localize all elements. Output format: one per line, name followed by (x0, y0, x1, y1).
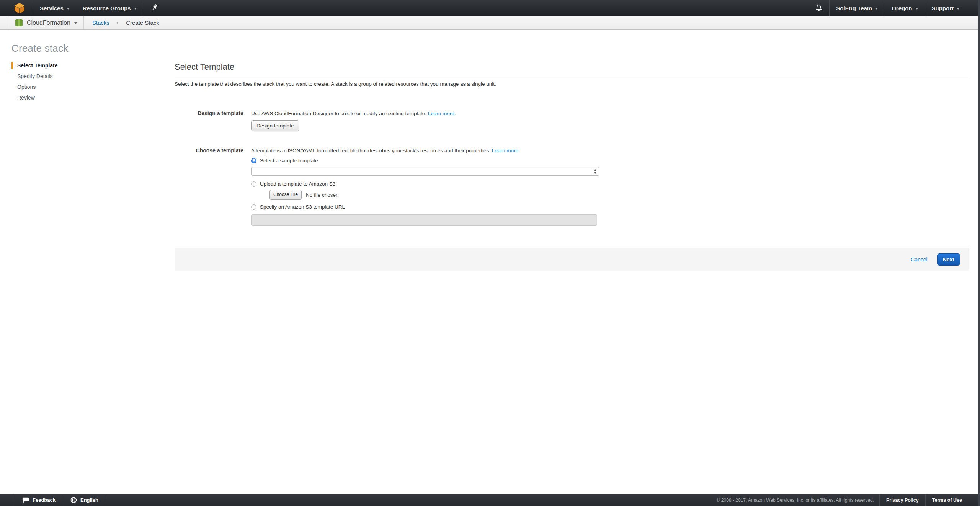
privacy-policy-link[interactable]: Privacy Policy (880, 494, 925, 506)
feedback-button[interactable]: Feedback (15, 494, 63, 506)
account-label: SolEng Team (836, 5, 872, 11)
speech-bubble-icon (22, 497, 29, 503)
s3-url-radio[interactable] (251, 204, 256, 210)
step-select-template[interactable]: Select Template (11, 62, 58, 69)
chevron-down-icon (875, 8, 878, 10)
top-nav-left: Services Resource Groups (0, 0, 166, 16)
design-template-row: Design a template Use AWS CloudFormation… (175, 110, 969, 131)
design-template-label: Design a template (175, 110, 243, 131)
account-menu[interactable]: SolEng Team (830, 0, 885, 16)
sample-template-radio-label[interactable]: Select a sample template (260, 157, 318, 164)
resource-groups-menu[interactable]: Resource Groups (76, 0, 144, 16)
breadcrumb-gutter (0, 16, 8, 29)
footer-bar: Feedback English © 2008 - 2017, Amazon W… (0, 494, 980, 506)
aws-logo-icon[interactable] (14, 3, 25, 13)
sample-template-select[interactable] (251, 167, 599, 176)
choose-template-text: A template is a JSON/YAML-formatted text… (251, 148, 490, 153)
step-specify-details[interactable]: Specify Details (11, 73, 58, 80)
chevron-down-icon (134, 8, 137, 10)
s3-url-radio-label[interactable]: Specify an Amazon S3 template URL (260, 204, 345, 210)
divider (83, 16, 84, 29)
language-label: English (80, 497, 98, 503)
choose-file-button[interactable]: Choose File (270, 190, 302, 200)
divider (106, 494, 106, 506)
services-label: Services (40, 5, 64, 11)
region-menu[interactable]: Oregon (885, 0, 924, 16)
section-heading: Select Template (175, 62, 969, 72)
top-navigation-bar: Services Resource Groups (0, 0, 980, 16)
s3-template-url-input[interactable] (251, 214, 597, 226)
upload-template-radio-row: Upload a template to Amazon S3 (251, 181, 969, 187)
select-stepper-icon (594, 169, 597, 174)
breadcrumb-stacks-link[interactable]: Stacks (92, 20, 109, 26)
no-file-chosen-text: No file chosen (306, 192, 339, 198)
wizard-action-bar: Cancel Next (175, 248, 969, 271)
language-button[interactable]: English (63, 494, 106, 506)
choose-template-content: A template is a JSON/YAML-formatted text… (251, 147, 969, 226)
resource-groups-label: Resource Groups (83, 5, 131, 11)
chevron-down-icon (67, 8, 70, 10)
chevron-down-icon (915, 8, 918, 10)
cloudformation-icon (15, 19, 23, 27)
services-menu[interactable]: Services (33, 0, 76, 16)
region-label: Oregon (892, 5, 912, 11)
terms-of-use-link[interactable]: Terms of Use (926, 494, 969, 506)
file-upload-row: Choose File No file chosen (270, 190, 969, 200)
design-learn-more-link[interactable]: Learn more. (428, 111, 456, 116)
pin-shortcuts-button[interactable] (144, 0, 166, 16)
heading-divider (175, 77, 969, 77)
page-title: Create stack (11, 42, 68, 54)
choose-learn-more-link[interactable]: Learn more. (492, 148, 520, 153)
content-panel: Select Template Select the template that… (175, 62, 969, 271)
sample-template-radio-row: Select a sample template (251, 157, 969, 164)
upload-template-radio-label[interactable]: Upload a template to Amazon S3 (260, 181, 335, 187)
design-template-content: Use AWS CloudFormation Designer to creat… (251, 110, 969, 131)
support-label: Support (932, 5, 954, 11)
cloudformation-service-menu[interactable]: CloudFormation (8, 16, 83, 29)
step-review[interactable]: Review (11, 94, 58, 101)
breadcrumb-current-page: Create Stack (126, 20, 159, 26)
copyright-text: © 2008 - 2017, Amazon Web Services, Inc.… (717, 498, 879, 503)
footer-right: © 2008 - 2017, Amazon Web Services, Inc.… (717, 494, 980, 506)
scrollbar[interactable] (978, 0, 980, 506)
next-button[interactable]: Next (937, 253, 960, 266)
feedback-label: Feedback (33, 497, 56, 503)
notifications-button[interactable] (808, 0, 829, 16)
cancel-button[interactable]: Cancel (911, 256, 928, 263)
upload-template-radio[interactable] (251, 181, 256, 187)
top-nav-right: SolEng Team Oregon Support (808, 0, 980, 16)
chevron-down-icon (74, 22, 77, 24)
main-area: Create stack Select Template Specify Det… (0, 30, 980, 494)
pushpin-icon (152, 4, 158, 12)
s3-url-radio-row: Specify an Amazon S3 template URL (251, 204, 969, 210)
support-menu[interactable]: Support (925, 0, 967, 16)
design-template-button[interactable]: Design template (251, 120, 299, 131)
design-template-text: Use AWS CloudFormation Designer to creat… (251, 111, 426, 116)
breadcrumb-service-label: CloudFormation (27, 20, 70, 26)
globe-icon (70, 497, 77, 503)
section-description: Select the template that describes the s… (175, 81, 969, 87)
chevron-down-icon (957, 8, 960, 10)
breadcrumb-separator: › (116, 20, 118, 26)
bell-icon (815, 4, 822, 12)
wizard-steps: Select Template Specify Details Options … (11, 62, 58, 105)
choose-template-row: Choose a template A template is a JSON/Y… (175, 147, 969, 226)
step-options[interactable]: Options (11, 83, 58, 90)
breadcrumb: CloudFormation Stacks › Create Stack (0, 16, 980, 30)
sample-template-radio[interactable] (251, 158, 256, 163)
choose-template-label: Choose a template (175, 147, 243, 226)
